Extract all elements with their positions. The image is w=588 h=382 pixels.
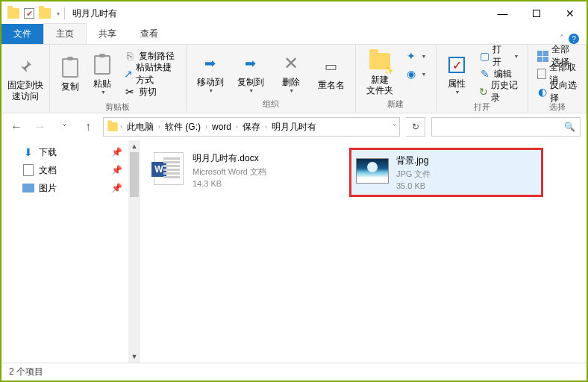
- document-icon: [22, 164, 34, 176]
- breadcrumb-segment[interactable]: 软件 (G:): [162, 121, 204, 134]
- properties-icon: ✓: [448, 57, 465, 73]
- maximize-button[interactable]: [519, 1, 553, 25]
- group-new-label: 新建: [362, 97, 430, 111]
- chevron-down-icon: ▼: [455, 90, 460, 95]
- ribbon-expand-icon[interactable]: ˄: [560, 34, 564, 44]
- pin-quick-access-button[interactable]: 固定到快 速访问: [7, 48, 43, 108]
- open-icon: ▢: [479, 50, 490, 62]
- properties-button[interactable]: ✓ 属性 ▼: [442, 48, 472, 100]
- pin-icon: 📌: [111, 183, 122, 193]
- picture-icon: [22, 182, 34, 194]
- sidebar-item-downloads[interactable]: ⬇ 下载 📌: [7, 143, 122, 161]
- file-size: 14.3 KB: [193, 179, 266, 188]
- cut-button[interactable]: ✂剪切: [121, 84, 179, 100]
- group-select-label: 选择: [534, 100, 580, 114]
- paste-shortcut-button[interactable]: ↗粘贴快捷方式: [121, 66, 179, 82]
- close-button[interactable]: ✕: [553, 1, 587, 25]
- new-badge-icon: ✨: [384, 66, 393, 75]
- new-item-icon: ✦: [405, 50, 417, 62]
- tab-home[interactable]: 主页: [43, 23, 87, 44]
- qat-checkbox-icon[interactable]: ✔: [24, 8, 34, 19]
- sidebar-item-documents[interactable]: 文档 📌: [7, 161, 122, 179]
- qat-dropdown-icon[interactable]: ▾: [57, 10, 60, 17]
- chevron-down-icon: ▼: [248, 88, 254, 93]
- file-item-word[interactable]: 明月几时有.docx Microsoft Word 文档 14.3 KB: [148, 148, 342, 192]
- file-name: 明月几时有.docx: [193, 152, 266, 165]
- paste-icon: [94, 55, 110, 75]
- content-area: ⬇ 下载 📌 文档 📌 图片 📌 ▲ ▼ 明: [1, 140, 587, 363]
- breadcrumb-segment[interactable]: 此电脑: [124, 121, 157, 134]
- clipboard-icon: [62, 58, 78, 78]
- window-title: 明月几时有: [72, 7, 117, 20]
- navigation-pane: ⬇ 下载 📌 文档 📌 图片 📌: [1, 140, 128, 363]
- new-folder-button[interactable]: ✨ 新建 文件夹: [362, 48, 398, 97]
- breadcrumb[interactable]: › 此电脑› 软件 (G:)› word› 保存› 明月几时有 ˅: [103, 117, 400, 137]
- breadcrumb-segment[interactable]: word: [209, 122, 234, 132]
- nav-forward-button[interactable]: →: [31, 118, 49, 136]
- select-none-icon: [537, 69, 545, 79]
- address-bar: ← → ˅ ↑ › 此电脑› 软件 (G:)› word› 保存› 明月几时有 …: [1, 113, 587, 140]
- breadcrumb-segment[interactable]: 明月几时有: [269, 121, 319, 134]
- sidebar-scrollbar[interactable]: ▲ ▼: [128, 140, 140, 363]
- tab-view[interactable]: 查看: [128, 24, 170, 44]
- path-icon: ⎘: [124, 50, 136, 62]
- group-open-label: 打开: [442, 100, 522, 114]
- easy-icon: ◉: [405, 68, 417, 80]
- breadcrumb-segment[interactable]: 保存: [240, 121, 263, 134]
- nav-recent-dropdown[interactable]: ˅: [55, 118, 73, 136]
- nav-up-button[interactable]: ↑: [79, 118, 97, 136]
- breadcrumb-folder-icon: [107, 122, 118, 131]
- word-file-icon: [154, 152, 184, 185]
- paste-button[interactable]: 粘贴 ▼: [89, 48, 117, 100]
- shortcut-icon: ↗: [124, 68, 133, 80]
- move-to-button[interactable]: ➡ 移动到 ▼: [193, 48, 228, 97]
- chevron-down-icon: ▼: [289, 88, 294, 93]
- file-type: JPG 文件: [396, 169, 431, 180]
- copy-button[interactable]: 复制: [56, 48, 84, 100]
- nav-back-button[interactable]: ←: [7, 118, 25, 136]
- chevron-down-icon: ▼: [101, 90, 106, 95]
- open-button[interactable]: ▢打开▼: [476, 48, 522, 64]
- scroll-up-icon[interactable]: ▲: [128, 140, 140, 152]
- file-size: 35.0 KB: [396, 181, 431, 190]
- new-item-button[interactable]: ✦▼: [402, 48, 430, 64]
- search-input[interactable]: 🔍: [431, 117, 581, 137]
- app-folder-icon: [7, 8, 19, 19]
- sidebar-item-pictures[interactable]: 图片 📌: [7, 179, 122, 197]
- history-icon: ↻: [479, 86, 488, 98]
- help-icon[interactable]: ?: [569, 34, 579, 44]
- file-item-image[interactable]: 背景.jpg JPG 文件 35.0 KB: [349, 148, 543, 197]
- image-thumbnail-icon: [356, 158, 389, 184]
- tab-share[interactable]: 共享: [87, 24, 128, 44]
- file-list[interactable]: 明月几时有.docx Microsoft Word 文档 14.3 KB 背景.…: [140, 140, 587, 363]
- title-bar: ✔ ▾ 明月几时有 — ✕: [1, 1, 587, 25]
- download-icon: ⬇: [22, 146, 34, 158]
- refresh-button[interactable]: ↻: [406, 117, 425, 137]
- delete-x-icon: ✕: [279, 51, 303, 75]
- invert-icon: ◐: [537, 86, 546, 98]
- ribbon: 固定到快 速访问 复制 粘贴 ▼ ⎘复制路径 ↗粘贴快捷方式 ✂剪: [1, 45, 587, 113]
- tab-file[interactable]: 文件: [1, 24, 43, 44]
- pin-icon: [16, 57, 34, 75]
- delete-button[interactable]: ✕ 删除 ▼: [273, 48, 309, 97]
- minimize-button[interactable]: —: [486, 1, 519, 25]
- scroll-down-icon[interactable]: ▼: [128, 351, 140, 363]
- search-icon: 🔍: [564, 122, 575, 132]
- scroll-thumb[interactable]: [130, 152, 139, 197]
- status-item-count: 2 个项目: [9, 366, 43, 378]
- pin-quick-label: 固定到快 速访问: [7, 80, 43, 101]
- file-name: 背景.jpg: [396, 154, 431, 167]
- copy-to-icon: ➡: [239, 51, 263, 75]
- breadcrumb-dropdown-icon[interactable]: ˅: [392, 123, 396, 131]
- copy-to-button[interactable]: ➡ 复制到 ▼: [233, 48, 269, 97]
- rename-button[interactable]: ▭ 重名名: [313, 48, 349, 97]
- invert-selection-button[interactable]: ◐反向选择: [534, 84, 580, 100]
- edit-icon: ✎: [479, 68, 491, 80]
- scissors-icon: ✂: [124, 86, 136, 98]
- ribbon-tabs: 文件 主页 共享 查看 ˄ ?: [1, 25, 587, 45]
- easy-access-button[interactable]: ◉▼: [402, 66, 430, 82]
- qat-folder-icon[interactable]: [39, 8, 51, 19]
- move-icon: ➡: [198, 51, 222, 75]
- select-all-icon: [537, 51, 548, 62]
- history-button[interactable]: ↻历史记录: [476, 84, 522, 100]
